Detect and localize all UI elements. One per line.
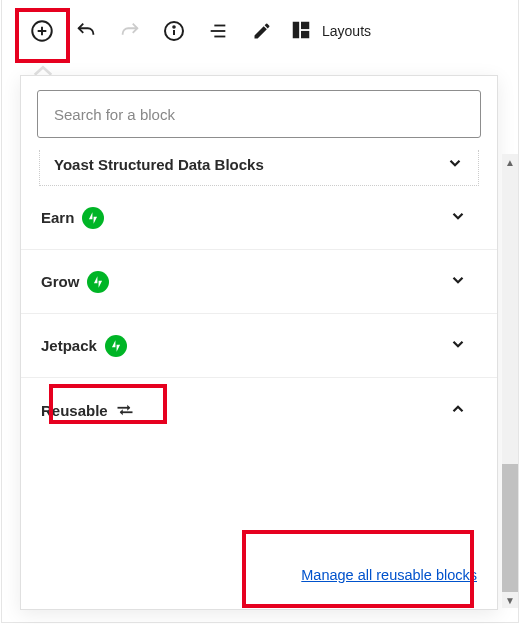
editor-toolbar: Layouts bbox=[2, 0, 518, 62]
category-reusable[interactable]: Reusable bbox=[21, 378, 497, 442]
scrollbar-thumb[interactable] bbox=[502, 464, 518, 592]
add-block-button[interactable] bbox=[20, 9, 64, 53]
scroll-down-button[interactable]: ▼ bbox=[502, 592, 518, 608]
category-jetpack[interactable]: Jetpack bbox=[21, 314, 497, 378]
jetpack-icon bbox=[82, 207, 104, 229]
edit-button[interactable] bbox=[240, 9, 284, 53]
block-inserter-panel: Yoast Structured Data Blocks Earn bbox=[20, 75, 498, 610]
category-label: Earn bbox=[41, 209, 74, 226]
jetpack-icon bbox=[87, 271, 109, 293]
chevron-up-icon bbox=[449, 400, 467, 421]
category-earn[interactable]: Earn bbox=[21, 186, 497, 250]
reusable-icon bbox=[116, 401, 134, 419]
svg-rect-9 bbox=[293, 21, 299, 38]
editor-frame: Layouts Yoast Structured Data Blocks Ear… bbox=[1, 0, 519, 623]
manage-reusable-link[interactable]: Manage all reusable blocks bbox=[301, 567, 477, 583]
search-input[interactable] bbox=[37, 90, 481, 138]
category-yoast[interactable]: Yoast Structured Data Blocks bbox=[39, 150, 479, 186]
chevron-down-icon bbox=[449, 271, 467, 292]
svg-rect-11 bbox=[301, 30, 309, 37]
chevron-down-icon bbox=[446, 154, 464, 175]
undo-button[interactable] bbox=[64, 9, 108, 53]
chevron-down-icon bbox=[449, 207, 467, 228]
category-label: Reusable bbox=[41, 402, 108, 419]
svg-point-5 bbox=[173, 26, 175, 28]
category-label: Jetpack bbox=[41, 337, 97, 354]
svg-rect-10 bbox=[301, 21, 309, 28]
category-grow[interactable]: Grow bbox=[21, 250, 497, 314]
layouts-icon bbox=[290, 19, 312, 44]
category-label: Grow bbox=[41, 273, 79, 290]
layouts-label: Layouts bbox=[322, 23, 371, 39]
chevron-down-icon bbox=[449, 335, 467, 356]
scroll-up-button[interactable]: ▲ bbox=[502, 154, 518, 170]
category-label: Yoast Structured Data Blocks bbox=[54, 156, 264, 173]
jetpack-icon bbox=[105, 335, 127, 357]
layouts-button[interactable]: Layouts bbox=[290, 9, 371, 53]
redo-button bbox=[108, 9, 152, 53]
outline-button[interactable] bbox=[196, 9, 240, 53]
info-button[interactable] bbox=[152, 9, 196, 53]
category-list: Earn Grow bbox=[21, 186, 497, 442]
search-wrap bbox=[21, 76, 497, 150]
